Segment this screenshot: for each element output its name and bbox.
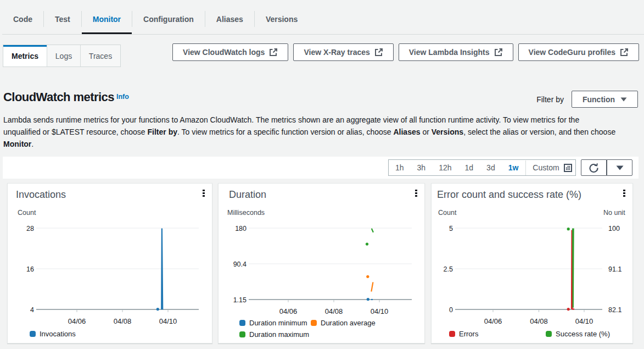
custom-label: Custom [533, 163, 559, 172]
x-tick-label: 04/08 [530, 317, 548, 325]
description-run: Filter by [148, 128, 177, 136]
refresh-group [581, 159, 632, 176]
legend-item[interactable]: Duration maximum [239, 330, 309, 339]
legend-label: Invocations [40, 330, 76, 338]
range-1d[interactable]: 1d [458, 163, 480, 172]
refresh-icon [589, 163, 599, 173]
right-y-tick-label: 100 [608, 225, 620, 232]
tab-configuration[interactable]: Configuration [132, 0, 205, 34]
legend-item[interactable]: Duration minimum [239, 319, 307, 327]
description-run: Aliases [393, 128, 420, 136]
x-tick-label: 04/06 [484, 317, 502, 325]
legend-item[interactable]: Success rate (%) [546, 330, 610, 338]
description-line: Lambda sends runtime metrics for your fu… [3, 114, 615, 126]
tab-label: Configuration [143, 15, 194, 24]
chart-plot: 18090.41.1504/0604/0804/10 [219, 184, 425, 328]
caret-down-icon [616, 165, 624, 170]
y-tick-label: 4 [30, 306, 34, 314]
legend-swatch [546, 331, 552, 337]
tabs-bottom-rule [2, 34, 644, 35]
x-tick-label: 04/08 [325, 307, 343, 315]
y-tick-label: 90.4 [233, 261, 247, 268]
right-y-tick-label: 82.1 [608, 306, 621, 314]
legend-item[interactable]: Duration average [311, 319, 376, 327]
data-point-red [567, 308, 570, 311]
legend-swatch [30, 331, 36, 337]
range-1h[interactable]: 1h [389, 163, 411, 172]
description-line: unqualified or $LATEST resource, choose … [3, 126, 615, 138]
external-link-icon [620, 48, 629, 57]
description-run: Monitor [3, 140, 31, 148]
function-tabs: CodeTestMonitorConfigurationAliasesVersi… [0, 0, 644, 35]
legend-label: Errors [459, 330, 478, 338]
tab-aliases[interactable]: Aliases [205, 0, 254, 34]
y-tick-label: 1.15 [233, 296, 247, 304]
view-view-codeguru-profiles-button[interactable]: View CodeGuru profiles [518, 43, 639, 61]
range-12h[interactable]: 12h [432, 163, 458, 172]
button-label: View CloudWatch logs [183, 48, 265, 57]
view-view-lambda-insights-button[interactable]: View Lambda Insights [399, 43, 513, 61]
tab-code[interactable]: Code [2, 0, 43, 34]
button-label: View X-Ray traces [304, 48, 369, 57]
filter-by-select[interactable]: Function [572, 91, 638, 108]
description-run: Versions [432, 128, 463, 136]
range-3h[interactable]: 3h [411, 163, 433, 172]
legend-item[interactable]: Invocations [30, 330, 76, 338]
description-run: or [421, 128, 432, 136]
button-label: View CodeGuru profiles [529, 48, 615, 57]
y-tick-label: 16 [26, 265, 34, 273]
filter-by-value: Function [583, 95, 615, 104]
tab-label: Versions [266, 15, 298, 24]
calendar-icon [564, 164, 572, 172]
metric-card-0: InvocationsCount2816404/0604/0804/10Invo… [7, 183, 212, 344]
page-title: CloudWatch metrics [3, 90, 114, 104]
tab-versions[interactable]: Versions [255, 0, 309, 34]
info-link[interactable]: Info [116, 93, 129, 101]
metric-card-1: DurationMilliseconds18090.41.1504/0604/0… [218, 183, 425, 344]
action-buttons: View CloudWatch logsView X-Ray tracesVie… [172, 43, 639, 61]
chevron-down-icon [620, 97, 627, 102]
view-view-cloudwatch-logs-button[interactable]: View CloudWatch logs [172, 43, 288, 61]
y-tick-label: 0 [449, 306, 453, 314]
time-range-group: 1h3h12h1d3d1wCustom [388, 159, 576, 176]
legend-swatch [239, 331, 245, 337]
x-tick-label: 04/10 [575, 317, 593, 325]
subtab-traces[interactable]: Traces [80, 45, 120, 67]
data-point-green [567, 228, 570, 230]
range-custom[interactable]: Custom [527, 163, 575, 172]
legend-swatch [311, 320, 317, 326]
right-y-tick-label: 91.1 [608, 265, 621, 273]
data-line-green [372, 229, 373, 232]
data-point-green [366, 243, 368, 246]
range-1w[interactable]: 1w [502, 163, 525, 172]
data-line-blue [161, 229, 163, 310]
range-3d[interactable]: 3d [480, 163, 502, 172]
data-line-orange [371, 282, 373, 291]
chart-plot: 2816404/0604/0804/10 [8, 184, 213, 328]
metric-card-2: Error count and success rate (%)CountNo … [431, 183, 633, 344]
legend-item[interactable]: Errors [449, 330, 478, 338]
legend-swatch [239, 320, 245, 326]
x-tick-label: 04/10 [371, 307, 389, 315]
tab-label: Test [55, 15, 70, 24]
refresh-options-button[interactable] [607, 159, 632, 176]
data-point-orange [366, 275, 369, 278]
description-line: Monitor. [3, 138, 615, 150]
refresh-button[interactable] [581, 159, 607, 176]
y-tick-label: 5 [449, 225, 453, 232]
x-tick-label: 04/08 [114, 317, 132, 325]
x-tick-label: 04/06 [68, 317, 86, 325]
data-line-green [573, 229, 573, 308]
filter-by-label: Filter by [536, 95, 564, 104]
tab-test[interactable]: Test [44, 0, 81, 34]
filter-by-group: Filter by Function [536, 91, 638, 108]
view-view-x-ray-traces-button[interactable]: View X-Ray traces [293, 43, 393, 61]
legend-swatch [449, 331, 455, 337]
external-link-icon [494, 48, 503, 57]
x-tick-label: 04/10 [159, 317, 177, 325]
function-tabs-list: CodeTestMonitorConfigurationAliasesVersi… [2, 0, 309, 34]
legend-label: Success rate (%) [556, 330, 610, 338]
tab-monitor[interactable]: Monitor [82, 0, 132, 34]
subtab-logs[interactable]: Logs [47, 45, 80, 67]
subtab-metrics[interactable]: Metrics [3, 45, 47, 67]
